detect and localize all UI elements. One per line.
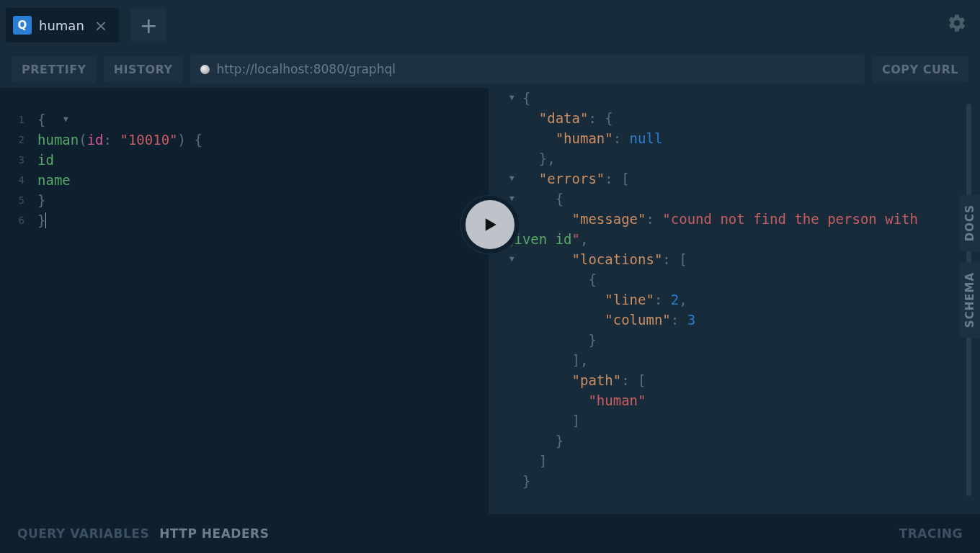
main-panel: 1 2 3 4 5 6 ▼{ human(id: "10010") { id n… bbox=[0, 88, 980, 514]
query-arg-value: "10010" bbox=[120, 132, 177, 148]
json-key: "human" bbox=[556, 130, 613, 146]
json-key: "errors" bbox=[539, 171, 605, 186]
line-num: 3 bbox=[0, 150, 24, 170]
json-key: "locations" bbox=[572, 251, 663, 267]
chevron-down-icon[interactable]: ▼ bbox=[63, 109, 68, 130]
cursor-icon bbox=[45, 212, 46, 228]
run-query-button[interactable] bbox=[461, 196, 519, 253]
chevron-down-icon[interactable]: ▼ bbox=[509, 249, 514, 269]
history-button[interactable]: HISTORY bbox=[104, 56, 183, 83]
json-value: 3 bbox=[687, 312, 695, 328]
prettify-button[interactable]: PRETTIFY bbox=[12, 56, 97, 83]
query-arg: id bbox=[87, 132, 104, 148]
toolbar: PRETTIFY HISTORY http://localhost:8080/g… bbox=[0, 50, 980, 88]
tab-title: human bbox=[39, 18, 84, 33]
gear-icon[interactable] bbox=[947, 13, 974, 38]
docs-tab[interactable]: DOCS bbox=[960, 194, 980, 251]
line-num: 1 bbox=[0, 109, 24, 130]
schema-tab[interactable]: SCHEMA bbox=[960, 262, 980, 338]
chevron-down-icon[interactable]: ▼ bbox=[509, 168, 514, 189]
status-indicator-icon bbox=[200, 65, 210, 74]
line-num: 2 bbox=[0, 130, 24, 150]
json-value: "human" bbox=[588, 392, 646, 408]
json-value: null bbox=[630, 130, 663, 146]
tab-bar: Q human × + bbox=[0, 0, 980, 50]
json-key: "column" bbox=[605, 312, 671, 328]
copy-curl-button[interactable]: COPY CURL bbox=[872, 56, 968, 83]
query-selection: name bbox=[37, 172, 71, 188]
query-badge-icon: Q bbox=[13, 16, 32, 35]
line-num: 5 bbox=[0, 190, 24, 210]
json-value: " bbox=[572, 231, 580, 247]
line-num: 4 bbox=[0, 170, 24, 190]
footer-bar: QUERY VARIABLES HTTP HEADERS TRACING bbox=[0, 514, 980, 553]
close-icon[interactable]: × bbox=[92, 17, 110, 35]
json-key: "message" bbox=[572, 211, 646, 227]
endpoint-input[interactable]: http://localhost:8080/graphql bbox=[190, 55, 865, 84]
play-icon bbox=[479, 214, 501, 235]
json-value: 2 bbox=[671, 292, 679, 307]
line-num: 6 bbox=[0, 210, 24, 230]
query-variables-tab[interactable]: QUERY VARIABLES bbox=[17, 526, 149, 541]
http-headers-tab[interactable]: HTTP HEADERS bbox=[159, 526, 269, 541]
json-key: "path" bbox=[572, 372, 622, 388]
query-field: human bbox=[37, 132, 79, 148]
add-tab-button[interactable]: + bbox=[130, 8, 166, 42]
side-tabs: DOCS SCHEMA bbox=[960, 194, 980, 338]
code-content: ▼{ human(id: "10010") { id name } } bbox=[0, 109, 489, 230]
response-viewer: ▼ { "data": { "human": null }, ▼ "errors… bbox=[489, 88, 980, 514]
line-gutter: 1 2 3 4 5 6 bbox=[0, 109, 27, 230]
json-value: "cound not find the person with bbox=[662, 211, 926, 227]
json-value: id bbox=[556, 231, 572, 247]
json-key: "line" bbox=[605, 292, 654, 307]
endpoint-url: http://localhost:8080/graphql bbox=[217, 62, 396, 76]
chevron-down-icon[interactable]: ▼ bbox=[509, 88, 514, 108]
query-selection: id bbox=[37, 152, 54, 168]
query-editor[interactable]: 1 2 3 4 5 6 ▼{ human(id: "10010") { id n… bbox=[0, 88, 489, 514]
json-key: "data" bbox=[539, 110, 589, 126]
tracing-tab[interactable]: TRACING bbox=[899, 526, 963, 541]
tab-active[interactable]: Q human × bbox=[6, 8, 119, 42]
